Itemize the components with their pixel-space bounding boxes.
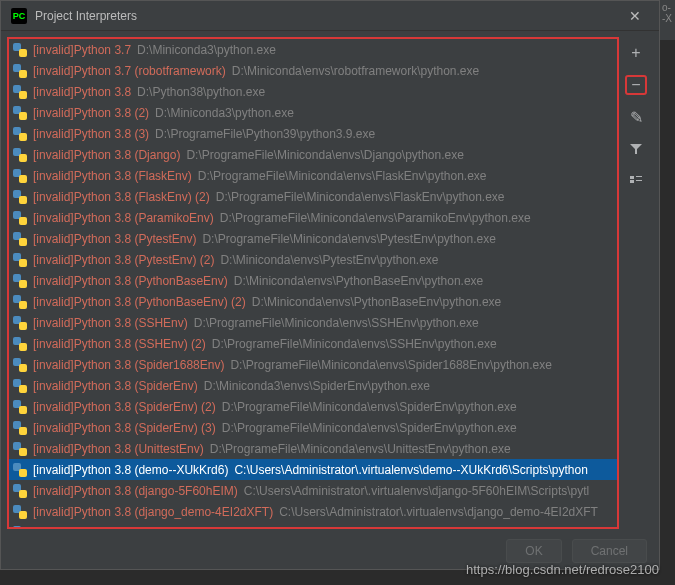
- svg-rect-3: [636, 180, 642, 181]
- interpreter-row[interactable]: [invalid] Python 3.8 (SpiderEnv) (3)D:\P…: [9, 417, 617, 438]
- cancel-button[interactable]: Cancel: [572, 539, 647, 563]
- titlebar: PC Project Interpreters ✕: [1, 1, 659, 31]
- interpreter-path: D:\Python38\python.exe: [137, 85, 265, 99]
- interpreter-name: Python 3.8 (SpiderEnv): [74, 379, 198, 393]
- interpreter-name: Python 3.8 (PythonBaseEnv): [74, 274, 228, 288]
- interpreter-path: D:\ProgrameFile\Miniconda\envs\FlaskEnv\…: [198, 169, 487, 183]
- python-icon: [13, 526, 27, 530]
- interpreter-row[interactable]: [invalid] Python 3.8 (SSHEnv) (2)D:\Prog…: [9, 333, 617, 354]
- interpreter-path: D:\ProgrameFile\Miniconda\envs\SSHEnv\py…: [194, 316, 479, 330]
- interpreter-name: Python 3.8: [74, 85, 131, 99]
- interpreter-name: Python 3.8 (django-5F60hEIM): [74, 484, 238, 498]
- python-icon: [13, 64, 27, 78]
- interpreter-row[interactable]: [invalid] Python 3.8 (demo--XUkKrd6)C:\U…: [9, 459, 617, 480]
- show-paths-button[interactable]: [625, 171, 647, 191]
- python-icon: [13, 316, 27, 330]
- python-icon: [13, 274, 27, 288]
- pycharm-icon: PC: [11, 8, 27, 24]
- invalid-tag: [invalid]: [33, 316, 74, 330]
- interpreter-path: D:\Miniconda\envs\PythonBaseEnv\python.e…: [234, 274, 483, 288]
- interpreter-name: Python 3.8 (2): [74, 106, 149, 120]
- interpreter-path: D:\ProgrameFile\Miniconda\envs\Django\py…: [186, 148, 463, 162]
- list-toolbar: + − ✎: [619, 37, 653, 529]
- interpreter-name: Python 3.8 (django_demo-4EI2dXFT): [74, 505, 273, 519]
- interpreter-row[interactable]: [invalid] Python 3.8 (2)D:\Miniconda3\py…: [9, 102, 617, 123]
- interpreter-row[interactable]: [invalid] Python 3.8 (PytestEnv)D:\Progr…: [9, 228, 617, 249]
- invalid-tag: [invalid]: [33, 148, 74, 162]
- interpreter-row[interactable]: [invalid] Python 3.8 (FlaskEnv) (2)D:\Pr…: [9, 186, 617, 207]
- python-icon: [13, 505, 27, 519]
- interpreter-row[interactable]: [invalid] Python 3.7D:\Miniconda3\python…: [9, 39, 617, 60]
- svg-rect-1: [630, 180, 634, 183]
- interpreter-name: Python 3.8 (demo--XUkKrd6): [74, 463, 229, 477]
- invalid-tag: [invalid]: [33, 484, 74, 498]
- interpreter-row[interactable]: [invalid] Python 3.8 (Django)D:\Programe…: [9, 144, 617, 165]
- interpreter-name: Python 3.8 (PytestEnv) (2): [74, 253, 215, 267]
- invalid-tag: [invalid]: [33, 64, 74, 78]
- svg-rect-0: [630, 176, 634, 179]
- interpreter-row[interactable]: [invalid] Python 3.8 (ParamikoEnv)D:\Pro…: [9, 207, 617, 228]
- interpreter-row[interactable]: [invalid] Python 3.8 (PythonBaseEnv) (2)…: [9, 291, 617, 312]
- project-interpreters-dialog: PC Project Interpreters ✕ [invalid] Pyth…: [0, 0, 660, 570]
- interpreter-path: D:\Miniconda3\python.exe: [155, 106, 294, 120]
- interpreter-row[interactable]: [invalid] Python 3.7 (robotframework)D:\…: [9, 60, 617, 81]
- invalid-tag: [invalid]: [33, 127, 74, 141]
- python-icon: [13, 358, 27, 372]
- interpreter-name: Python 3.8 (Spider1688Env): [74, 358, 225, 372]
- invalid-tag: [invalid]: [33, 463, 74, 477]
- interpreter-row[interactable]: [invalid] Python 3.8 (SpiderEnv)D:\Minic…: [9, 375, 617, 396]
- interpreter-name: Python 3.8 (SpiderEnv) (3): [74, 421, 216, 435]
- invalid-tag: [invalid]: [33, 358, 74, 372]
- interpreter-row[interactable]: [invalid] Python 3.8 (UnittestEnv)D:\Pro…: [9, 438, 617, 459]
- edit-button[interactable]: ✎: [625, 107, 647, 127]
- invalid-tag: [invalid]: [33, 337, 74, 351]
- interpreter-path: D:\Miniconda3\python.exe: [137, 43, 276, 57]
- interpreter-row[interactable]: [invalid] Python 3.8 (lamb-common-wlpljE…: [9, 522, 617, 529]
- add-button[interactable]: +: [625, 43, 647, 63]
- interpreter-row[interactable]: [invalid] Python 3.8 (SpiderEnv) (2)D:\P…: [9, 396, 617, 417]
- interpreter-row[interactable]: [invalid] Python 3.8 (3)D:\ProgrameFile\…: [9, 123, 617, 144]
- python-icon: [13, 379, 27, 393]
- invalid-tag: [invalid]: [33, 190, 74, 204]
- interpreter-path: D:\ProgrameFile\Miniconda\envs\SpiderEnv…: [222, 400, 517, 414]
- invalid-tag: [invalid]: [33, 400, 74, 414]
- invalid-tag: [invalid]: [33, 211, 74, 225]
- interpreter-row[interactable]: [invalid] Python 3.8D:\Python38\python.e…: [9, 81, 617, 102]
- invalid-tag: [invalid]: [33, 274, 74, 288]
- remove-button[interactable]: −: [625, 75, 647, 95]
- python-icon: [13, 421, 27, 435]
- interpreter-row[interactable]: [invalid] Python 3.8 (PythonBaseEnv)D:\M…: [9, 270, 617, 291]
- paths-icon: [629, 174, 643, 188]
- python-icon: [13, 190, 27, 204]
- interpreter-row[interactable]: [invalid] Python 3.8 (SSHEnv)D:\Programe…: [9, 312, 617, 333]
- ok-button[interactable]: OK: [506, 539, 561, 563]
- interpreter-name: Python 3.8 (SSHEnv) (2): [74, 337, 206, 351]
- svg-rect-2: [636, 176, 642, 177]
- side-strip: o--X: [660, 0, 675, 40]
- interpreter-list[interactable]: [invalid] Python 3.7D:\Miniconda3\python…: [7, 37, 619, 529]
- interpreter-row[interactable]: [invalid] Python 3.8 (django_demo-4EI2dX…: [9, 501, 617, 522]
- interpreter-name: Python 3.8 (UnittestEnv): [74, 442, 204, 456]
- interpreter-path: D:\Miniconda\envs\robotframework\python.…: [232, 64, 479, 78]
- python-icon: [13, 484, 27, 498]
- invalid-tag: [invalid]: [33, 295, 74, 309]
- interpreter-row[interactable]: [invalid] Python 3.8 (PytestEnv) (2)D:\M…: [9, 249, 617, 270]
- interpreter-row[interactable]: [invalid] Python 3.8 (Spider1688Env)D:\P…: [9, 354, 617, 375]
- interpreter-row[interactable]: [invalid] Python 3.8 (django-5F60hEIM)C:…: [9, 480, 617, 501]
- interpreter-name: Python 3.8 (Django): [74, 148, 181, 162]
- interpreter-path: D:\Miniconda3\envs\SpiderEnv\python.exe: [204, 379, 430, 393]
- python-icon: [13, 232, 27, 246]
- interpreter-path: D:\ProgrameFile\Miniconda\envs\SSHEnv\py…: [212, 337, 497, 351]
- interpreter-path: D:\ProgrameFile\Python39\python3.9.exe: [155, 127, 375, 141]
- interpreter-row[interactable]: [invalid] Python 3.8 (FlaskEnv)D:\Progra…: [9, 165, 617, 186]
- invalid-tag: [invalid]: [33, 106, 74, 120]
- filter-button[interactable]: [625, 139, 647, 159]
- interpreter-path: D:\ProgrameFile\Miniconda\envs\FlaskEnv\…: [216, 190, 505, 204]
- interpreter-name: Python 3.7 (robotframework): [74, 64, 226, 78]
- interpreter-name: Python 3.7: [74, 43, 131, 57]
- python-icon: [13, 169, 27, 183]
- invalid-tag: [invalid]: [33, 505, 74, 519]
- python-icon: [13, 148, 27, 162]
- python-icon: [13, 43, 27, 57]
- close-icon[interactable]: ✕: [621, 8, 649, 24]
